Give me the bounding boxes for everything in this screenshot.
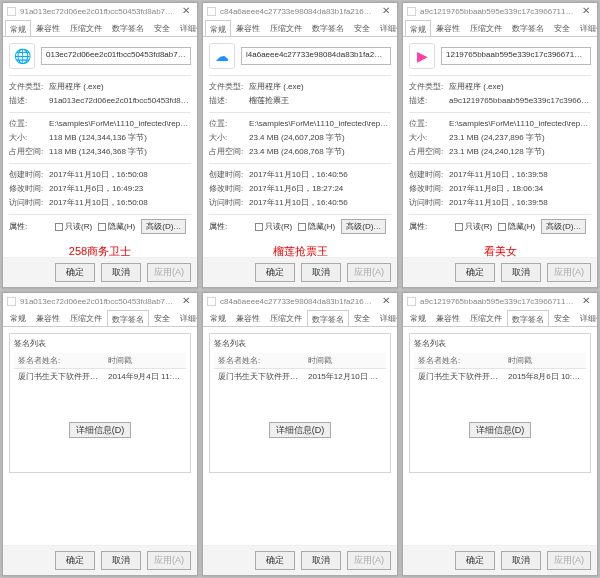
cancel-button[interactable]: 取消 — [101, 551, 141, 570]
close-icon[interactable]: ✕ — [379, 6, 393, 16]
tab-2[interactable]: 压缩文件 — [265, 309, 307, 326]
tab-1[interactable]: 兼容性 — [31, 19, 65, 36]
tab-1[interactable]: 兼容性 — [31, 309, 65, 326]
apply-button[interactable]: 应用(A) — [147, 263, 191, 282]
value: 2017年11月6日，18:27:24 — [249, 182, 391, 196]
details-button[interactable]: 详细信息(D) — [469, 422, 532, 438]
ok-button[interactable]: 确定 — [455, 551, 495, 570]
tab-2[interactable]: 压缩文件 — [465, 309, 507, 326]
info-row: 描述:91a013ec72d06ee2c01fbcc50453fd8ab779e… — [9, 94, 191, 108]
window-titlebar: c84a6aeee4c27733e98084da83b1fa21620c694.… — [203, 293, 397, 309]
tab-4[interactable]: 安全 — [549, 309, 575, 326]
cancel-button[interactable]: 取消 — [501, 551, 541, 570]
tab-2[interactable]: 压缩文件 — [65, 309, 107, 326]
cancel-button[interactable]: 取消 — [301, 263, 341, 282]
siglist-label: 签名列表 — [14, 338, 186, 349]
tab-5[interactable]: 详细信息 — [175, 19, 197, 36]
window-title: a9c1219765bbaab595e339c17c3966711f9ac654… — [420, 6, 575, 17]
cancel-button[interactable]: 取消 — [501, 263, 541, 282]
signature-group: 签名列表签名者姓名:时间戳厦门书生天下软件开发有限公司2015年12月10日 1… — [209, 333, 391, 473]
ok-button[interactable]: 确定 — [55, 263, 95, 282]
tab-body-signatures: 签名列表签名者姓名:时间戳厦门书生天下软件开发有限公司2015年12月10日 1… — [203, 327, 397, 545]
svg-rect-11 — [408, 297, 415, 304]
window-titlebar: 91a013ec72d06ee2c01fbcc50453fd8ab779eb54… — [3, 3, 197, 19]
tab-0[interactable]: 常规 — [205, 309, 231, 326]
tab-4[interactable]: 安全 — [349, 19, 375, 36]
tab-3[interactable]: 数字签名 — [507, 310, 549, 327]
info-row: 访问时间:2017年11月10日，16:40:56 — [209, 196, 391, 210]
value: a9c1219765bbaab595e339c17c3966711f9ac654… — [449, 94, 591, 108]
apply-button[interactable]: 应用(A) — [347, 263, 391, 282]
tab-1[interactable]: 兼容性 — [431, 19, 465, 36]
ok-button[interactable]: 确定 — [55, 551, 95, 570]
apply-button[interactable]: 应用(A) — [347, 551, 391, 570]
tab-0[interactable]: 常规 — [5, 309, 31, 326]
apply-button[interactable]: 应用(A) — [547, 263, 591, 282]
info-row: 描述:a9c1219765bbaab595e339c17c3966711f9ac… — [409, 94, 591, 108]
tab-0[interactable]: 常规 — [5, 20, 31, 37]
ok-button[interactable]: 确定 — [255, 263, 295, 282]
ok-button[interactable]: 确定 — [455, 263, 495, 282]
apply-button[interactable]: 应用(A) — [147, 551, 191, 570]
value: 2017年11月10日，16:40:56 — [249, 196, 391, 210]
advanced-button[interactable]: 高级(D)… — [541, 219, 586, 234]
tab-4[interactable]: 安全 — [149, 309, 175, 326]
title-favicon — [407, 7, 416, 16]
filename-input[interactable]: l4a6aeee4c27733e98084da83b1fa21620c694.e… — [241, 47, 391, 65]
tab-0[interactable]: 常规 — [205, 20, 231, 37]
apply-button[interactable]: 应用(A) — [547, 551, 591, 570]
tab-3[interactable]: 数字签名 — [307, 310, 349, 327]
tab-5[interactable]: 详细信息 — [575, 309, 597, 326]
tab-3[interactable]: 数字签名 — [507, 19, 549, 36]
details-button[interactable]: 详细信息(D) — [69, 422, 132, 438]
tab-5[interactable]: 详细信息 — [575, 19, 597, 36]
advanced-button[interactable]: 高级(D)… — [141, 219, 186, 234]
tab-5[interactable]: 详细信息 — [375, 19, 397, 36]
tab-2[interactable]: 压缩文件 — [465, 19, 507, 36]
advanced-button[interactable]: 高级(D)… — [341, 219, 386, 234]
tab-3[interactable]: 数字签名 — [107, 310, 149, 327]
close-icon[interactable]: ✕ — [179, 6, 193, 16]
value: 91a013ec72d06ee2c01fbcc50453fd8ab779eb54… — [49, 94, 191, 108]
value: 2017年11月8日，18:06:34 — [449, 182, 591, 196]
hidden-checkbox[interactable]: 隐藏(H) — [98, 221, 135, 232]
cancel-button[interactable]: 取消 — [101, 263, 141, 282]
tab-1[interactable]: 兼容性 — [431, 309, 465, 326]
close-icon[interactable]: ✕ — [179, 296, 193, 306]
dialog-footer: 确定取消应用(A) — [3, 545, 197, 575]
close-icon[interactable]: ✕ — [579, 6, 593, 16]
readonly-checkbox[interactable]: 只读(R) — [255, 221, 292, 232]
dialog-footer: 确定取消应用(A) — [203, 545, 397, 575]
close-icon[interactable]: ✕ — [579, 296, 593, 306]
tab-4[interactable]: 安全 — [349, 309, 375, 326]
filename-input[interactable]: 1219765bbaab595e339c17c3966711f9ac654.ex… — [441, 47, 591, 65]
tab-0[interactable]: 常规 — [405, 309, 431, 326]
table-row[interactable]: 厦门书生天下软件开发有限公司2014年9月4日 11:32:31 — [14, 369, 186, 384]
tab-4[interactable]: 安全 — [549, 19, 575, 36]
tab-5[interactable]: 详细信息 — [375, 309, 397, 326]
readonly-checkbox[interactable]: 只读(R) — [55, 221, 92, 232]
readonly-checkbox[interactable]: 只读(R) — [455, 221, 492, 232]
caption-label: 258商务卫士 — [9, 244, 191, 257]
ok-button[interactable]: 确定 — [255, 551, 295, 570]
tab-3[interactable]: 数字签名 — [307, 19, 349, 36]
tab-2[interactable]: 压缩文件 — [265, 19, 307, 36]
filename-input[interactable]: 013ec72d06ee2c01fbcc50453fd8ab779eb54.ex… — [41, 47, 191, 65]
table-row[interactable]: 厦门书生天下软件开发有限公司2015年12月10日 15:17:24 — [214, 369, 386, 384]
tab-body-signatures: 签名列表签名者姓名:时间戳厦门书生天下软件开发有限公司2014年9月4日 11:… — [3, 327, 197, 545]
window-title: a9c1219765bbaab595e339c17c3966711f9ac654… — [420, 296, 575, 307]
tab-4[interactable]: 安全 — [149, 19, 175, 36]
hidden-checkbox[interactable]: 隐藏(H) — [298, 221, 335, 232]
tab-3[interactable]: 数字签名 — [107, 19, 149, 36]
value: 应用程序 (.exe) — [49, 80, 191, 94]
close-icon[interactable]: ✕ — [379, 296, 393, 306]
tab-2[interactable]: 压缩文件 — [65, 19, 107, 36]
tab-5[interactable]: 详细信息 — [175, 309, 197, 326]
tab-0[interactable]: 常规 — [405, 20, 431, 37]
tab-1[interactable]: 兼容性 — [231, 19, 265, 36]
tab-1[interactable]: 兼容性 — [231, 309, 265, 326]
cancel-button[interactable]: 取消 — [301, 551, 341, 570]
details-button[interactable]: 详细信息(D) — [269, 422, 332, 438]
table-row[interactable]: 厦门书生天下软件开发有限公司2015年8月6日 10:31:56 — [414, 369, 586, 384]
hidden-checkbox[interactable]: 隐藏(H) — [498, 221, 535, 232]
